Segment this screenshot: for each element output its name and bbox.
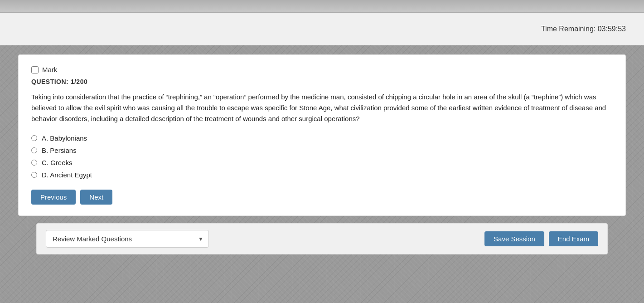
option-item-b[interactable]: B. Persians <box>31 147 613 154</box>
option-item-d[interactable]: D. Ancient Egypt <box>31 171 613 179</box>
options-list: A. Babylonians B. Persians C. Greeks D. … <box>31 134 613 179</box>
option-text-a: A. Babylonians <box>42 134 87 142</box>
bottom-actions: Save Session End Exam <box>484 231 598 246</box>
previous-button[interactable]: Previous <box>31 190 76 205</box>
review-marked-select[interactable]: Review Marked Questions Review All Quest… <box>46 230 209 248</box>
mark-checkbox[interactable] <box>31 66 39 73</box>
option-text-c: C. Greeks <box>42 159 73 166</box>
question-text: Taking into consideration that the pract… <box>31 92 613 124</box>
header-bar: Time Remaining: 03:59:53 <box>0 13 644 45</box>
question-number: QUESTION: 1/200 <box>31 78 613 85</box>
option-radio-a[interactable] <box>31 135 37 141</box>
bottom-bar: Review Marked Questions Review All Quest… <box>36 223 608 254</box>
option-radio-b[interactable] <box>31 147 37 153</box>
mark-label[interactable]: Mark <box>42 66 57 73</box>
main-content: Mark QUESTION: 1/200 Taking into conside… <box>0 45 644 303</box>
option-radio-c[interactable] <box>31 160 37 166</box>
option-item-a[interactable]: A. Babylonians <box>31 134 613 142</box>
review-select-wrapper: Review Marked Questions Review All Quest… <box>46 230 209 248</box>
nav-buttons: Previous Next <box>31 190 613 205</box>
next-button[interactable]: Next <box>80 190 112 205</box>
mark-row: Mark <box>31 66 613 73</box>
save-session-button[interactable]: Save Session <box>484 231 544 246</box>
time-remaining: Time Remaining: 03:59:53 <box>541 25 626 33</box>
question-card: Mark QUESTION: 1/200 Taking into conside… <box>18 54 626 216</box>
end-exam-button[interactable]: End Exam <box>549 231 598 246</box>
option-radio-d[interactable] <box>31 172 37 178</box>
option-item-c[interactable]: C. Greeks <box>31 159 613 166</box>
top-stripe <box>0 0 644 13</box>
option-text-d: D. Ancient Egypt <box>42 171 92 179</box>
option-text-b: B. Persians <box>42 147 77 154</box>
